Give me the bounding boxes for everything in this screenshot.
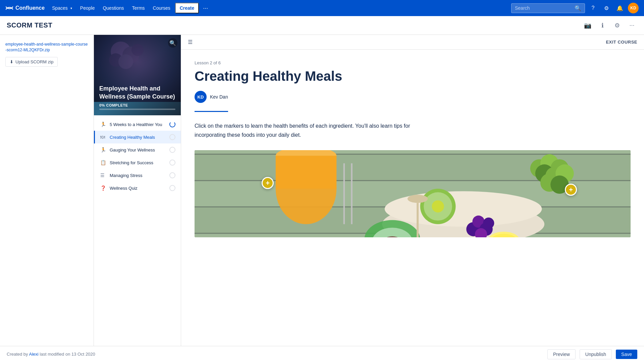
menu-item-text: Managing Stress	[110, 173, 166, 178]
author-link[interactable]: Alexi	[29, 352, 39, 357]
lesson-description: Click on the markers to learn the health…	[195, 121, 429, 139]
menu-item-status	[169, 147, 175, 153]
menu-item-icon: 🍽	[100, 134, 106, 140]
svg-point-26	[385, 191, 542, 227]
menu-item-text: Creating Healthy Meals	[110, 135, 166, 140]
menu-item-icon: ☰	[100, 173, 106, 178]
page-settings-icon[interactable]: ⚙	[612, 20, 623, 31]
course-hero: 🔍 Employee Health and Wellness (Sample C…	[94, 35, 181, 115]
nav-more-button[interactable]: ···	[200, 3, 211, 13]
menu-item-icon: 📋	[100, 160, 106, 165]
help-icon[interactable]: ?	[588, 3, 598, 13]
lesson-top-bar: ☰ EXIT COURSE	[181, 35, 644, 50]
course-menu-item[interactable]: 🍽 Creating Healthy Meals	[94, 131, 181, 143]
confluence-logo[interactable]: Confluence	[5, 4, 45, 12]
search-bar[interactable]: 🔍	[511, 3, 585, 13]
menu-item-text: Gauging Your Wellness	[110, 147, 166, 153]
lesson-image: + +	[195, 150, 631, 237]
progress-bar-container: 0% COMPLETE	[99, 103, 175, 110]
upload-scorm-button[interactable]: ⬇ Upload SCORM zip	[5, 57, 58, 67]
menu-item-status	[169, 134, 175, 140]
spaces-chevron: ▾	[70, 6, 72, 10]
file-link[interactable]: employee-health-and-wellness-sample-cour…	[5, 42, 88, 53]
menu-item-text: 5 Weeks to a Healthier You	[110, 122, 166, 127]
exit-course-button[interactable]: EXIT COURSE	[606, 40, 637, 45]
top-nav: Confluence Spaces ▾ People Questions Ter…	[0, 0, 644, 16]
logo-text: Confluence	[15, 5, 45, 11]
camera-icon[interactable]: 📷	[582, 20, 593, 31]
nav-terms[interactable]: Terms	[128, 3, 148, 13]
info-icon[interactable]: ℹ	[597, 20, 608, 31]
svg-rect-22	[276, 156, 336, 189]
bottom-bar: Created by Alexi last modified on 13 Oct…	[0, 346, 644, 362]
main-layout: employee-health-and-wellness-sample-cour…	[0, 35, 644, 346]
content-area: 🔍 Employee Health and Wellness (Sample C…	[94, 35, 644, 346]
lesson-title: Creating Healthy Meals	[195, 68, 631, 84]
preview-button[interactable]: Preview	[547, 349, 576, 359]
settings-icon[interactable]: ⚙	[601, 3, 612, 13]
page-header-actions: 📷 ℹ ⚙ ···	[582, 20, 637, 31]
course-menu-item[interactable]: ❓ Wellness Quiz	[94, 182, 181, 194]
author-avatar: KD	[195, 91, 207, 103]
lesson-author: KD Kev Dan	[195, 91, 631, 103]
more-options-icon[interactable]: ···	[627, 20, 637, 31]
upload-icon: ⬇	[10, 59, 13, 64]
marker-plus-icon: +	[266, 179, 270, 187]
course-menu-item[interactable]: ☰ Managing Stress	[94, 169, 181, 182]
svg-point-29	[432, 200, 444, 213]
svg-point-4	[131, 44, 144, 56]
nav-questions[interactable]: Questions	[99, 3, 127, 13]
page-title: SCORM TEST	[7, 21, 52, 29]
menu-item-icon: 🏃	[100, 122, 106, 127]
course-menu: 🏃 5 Weeks to a Healthier You 🍽 Creating …	[94, 115, 181, 197]
save-button[interactable]: Save	[616, 350, 637, 359]
author-name: Kev Dan	[210, 94, 228, 100]
menu-item-status	[169, 121, 175, 127]
page-header: SCORM TEST 📷 ℹ ⚙ ···	[0, 16, 644, 35]
bottom-bar-info: Created by Alexi last modified on 13 Oct…	[7, 352, 95, 357]
lesson-content: ☰ EXIT COURSE Lesson 2 of 6 Creating Hea…	[181, 35, 644, 346]
nav-people[interactable]: People	[77, 3, 98, 13]
progress-bar	[99, 109, 175, 110]
unpublish-button[interactable]: Unpublish	[580, 349, 612, 359]
menu-item-status	[169, 172, 175, 178]
menu-item-status	[169, 160, 175, 166]
menu-item-status	[169, 185, 175, 191]
hero-search-icon[interactable]: 🔍	[168, 38, 177, 48]
svg-rect-11	[195, 150, 631, 154]
course-menu-item[interactable]: 🏃 5 Weeks to a Healthier You	[94, 118, 181, 131]
svg-point-48	[408, 195, 428, 203]
svg-point-3	[118, 54, 133, 69]
menu-item-icon: 🏃	[100, 147, 106, 153]
progress-label: 0% COMPLETE	[99, 103, 175, 107]
menu-item-text: Stretching for Success	[110, 160, 166, 165]
create-button[interactable]: Create	[175, 3, 199, 13]
svg-point-45	[483, 218, 494, 229]
hamburger-icon[interactable]: ☰	[188, 39, 193, 45]
nav-courses[interactable]: Courses	[150, 3, 174, 13]
notifications-icon[interactable]: 🔔	[614, 3, 625, 13]
course-menu-item[interactable]: 🏃 Gauging Your Wellness	[94, 143, 181, 156]
nav-right: 🔍 ? ⚙ 🔔 KD	[511, 3, 639, 13]
search-icon: 🔍	[575, 5, 581, 11]
nav-spaces[interactable]: Spaces ▾	[49, 3, 75, 13]
course-hero-title: Employee Health and Wellness (Sample Cou…	[99, 85, 175, 101]
marker-plus-icon: +	[569, 186, 573, 194]
left-sidebar: employee-health-and-wellness-sample-cour…	[0, 35, 94, 346]
search-input[interactable]	[515, 5, 572, 11]
lesson-image-container: + +	[195, 150, 631, 237]
course-sidebar: 🔍 Employee Health and Wellness (Sample C…	[94, 35, 181, 346]
user-avatar[interactable]: KD	[628, 3, 639, 13]
menu-item-text: Wellness Quiz	[110, 186, 166, 191]
lesson-label: Lesson 2 of 6	[195, 60, 631, 65]
menu-item-icon: ❓	[100, 185, 106, 191]
course-menu-item[interactable]: 📋 Stretching for Success	[94, 156, 181, 169]
lesson-body: Lesson 2 of 6 Creating Healthy Meals KD …	[181, 50, 644, 248]
lesson-divider	[195, 111, 228, 112]
